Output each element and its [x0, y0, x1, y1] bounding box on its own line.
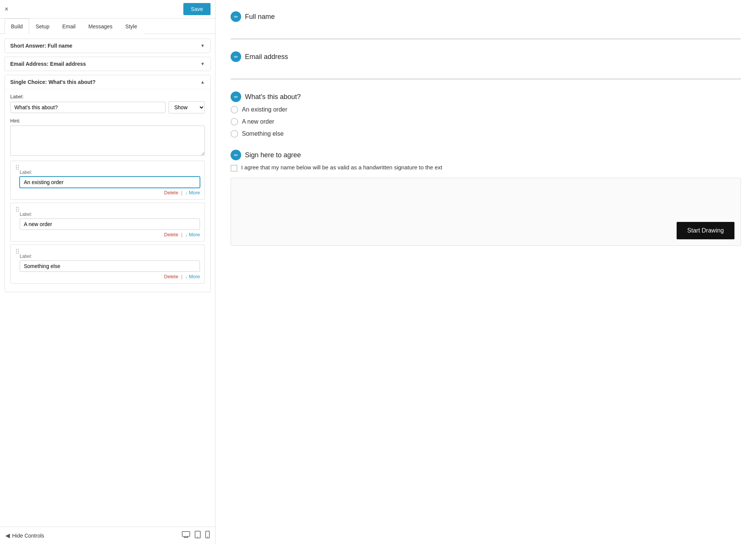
separator-1: | [181, 190, 182, 195]
tab-email[interactable]: Email [56, 19, 82, 34]
delete-option-2-link[interactable]: Delete [164, 232, 178, 237]
bottom-bar: ◀ Hide Controls [0, 527, 215, 544]
mobile-view-icon[interactable] [205, 531, 210, 540]
agree-row: I agree that my name below will be as va… [231, 164, 741, 172]
radio-label-3: Something else [242, 130, 284, 137]
radio-circle-3 [231, 130, 238, 138]
more-option-2-link[interactable]: ↓ More [185, 232, 200, 237]
svg-rect-0 [182, 532, 190, 536]
delete-option-1-link[interactable]: Delete [164, 190, 178, 195]
options-list: Label: Delete | ↓ More [10, 161, 205, 284]
email-address-header: ✏ Email address [231, 51, 741, 62]
save-button[interactable]: Save [183, 3, 211, 15]
full-name-input[interactable] [231, 26, 741, 39]
start-drawing-button[interactable]: Start Drawing [677, 222, 734, 239]
full-name-header: ✏ Full name [231, 11, 741, 22]
desktop-view-icon[interactable] [182, 531, 190, 540]
option-actions-2: Delete | ↓ More [20, 232, 200, 237]
single-choice-label: Single Choice: What's this about? [10, 79, 96, 85]
svg-point-5 [197, 537, 198, 538]
email-address-input[interactable] [231, 66, 741, 79]
hint-field-label: Hint: [10, 118, 205, 124]
whats-about-title: What's this about? [245, 93, 301, 101]
signature-box[interactable]: Start Drawing [231, 178, 741, 246]
radio-option-2[interactable]: A new order [231, 118, 741, 126]
separator-3: | [181, 274, 182, 279]
signature-title: Sign here to agree [245, 151, 301, 159]
radio-circle-1 [231, 106, 238, 113]
top-bar: × Save [0, 0, 215, 19]
svg-point-7 [207, 537, 208, 538]
option-input-3[interactable] [20, 260, 200, 272]
radio-circle-2 [231, 118, 238, 126]
label-input[interactable] [10, 102, 166, 113]
tablet-view-icon[interactable] [195, 531, 201, 540]
option-actions-3: Delete | ↓ More [20, 274, 200, 279]
separator-2: | [181, 232, 182, 237]
label-group: Label: Show [10, 94, 205, 113]
whats-about-icon: ✏ [231, 91, 241, 102]
hint-textarea[interactable] [10, 126, 205, 156]
whats-about-header: ✏ What's this about? [231, 91, 741, 102]
more-option-3-link[interactable]: ↓ More [185, 274, 200, 279]
tab-build[interactable]: Build [5, 19, 29, 34]
option-item-2: Label: Delete | ↓ More [10, 203, 205, 242]
short-answer-chevron-icon: ▼ [200, 43, 205, 48]
agree-checkbox[interactable] [231, 165, 237, 172]
right-panel: ✏ Full name ✏ Email address ✏ What's thi… [215, 0, 756, 544]
drag-handle-1[interactable] [15, 165, 200, 170]
single-choice-body: Label: Show Hint: [5, 89, 210, 292]
radio-option-3[interactable]: Something else [231, 130, 741, 138]
option-label-text-2: Label: [20, 212, 200, 217]
left-panel: × Save Build Setup Email Messages Style … [0, 0, 215, 544]
agree-text: I agree that my name below will be as va… [241, 164, 442, 170]
single-choice-block: Single Choice: What's this about? ▲ Labe… [5, 75, 211, 292]
full-name-title: Full name [245, 13, 275, 21]
short-answer-label: Short Answer: Full name [10, 43, 72, 49]
full-name-icon: ✏ [231, 11, 241, 22]
email-address-label: Email Address: Email address [10, 61, 86, 67]
single-choice-header[interactable]: Single Choice: What's this about? ▲ [5, 75, 210, 89]
drag-handle-2[interactable] [15, 207, 200, 212]
hide-controls-label: Hide Controls [12, 533, 44, 539]
label-field-label: Label: [10, 94, 205, 99]
radio-label-1: An existing order [242, 106, 287, 113]
preview-full-name: ✏ Full name [231, 11, 741, 39]
delete-option-3-link[interactable]: Delete [164, 274, 178, 279]
hide-controls-button[interactable]: ◀ Hide Controls [5, 532, 44, 539]
more-down-arrow-3: ↓ [185, 274, 187, 279]
tab-setup[interactable]: Setup [29, 19, 56, 34]
drag-handle-3[interactable] [15, 249, 200, 254]
left-arrow-icon: ◀ [5, 532, 10, 539]
view-icons [182, 531, 210, 540]
more-down-arrow-1: ↓ [185, 191, 187, 195]
single-choice-chevron-icon: ▲ [200, 79, 205, 85]
close-button[interactable]: × [5, 6, 9, 12]
tab-messages[interactable]: Messages [82, 19, 119, 34]
more-option-1-link[interactable]: ↓ More [185, 190, 200, 195]
preview-signature: ✏ Sign here to agree I agree that my nam… [231, 150, 741, 246]
show-select[interactable]: Show [169, 101, 205, 113]
label-input-row: Show [10, 101, 205, 113]
email-address-chevron-icon: ▼ [200, 61, 205, 67]
option-input-2[interactable] [20, 219, 200, 230]
email-address-field-row[interactable]: Email Address: Email address ▼ [5, 57, 211, 71]
option-input-1[interactable] [20, 177, 200, 188]
hint-group: Hint: [10, 118, 205, 157]
preview-whats-about: ✏ What's this about? An existing order A… [231, 91, 741, 138]
preview-email-address: ✏ Email address [231, 51, 741, 79]
radio-option-1[interactable]: An existing order [231, 106, 741, 113]
option-label-text-1: Label: [20, 170, 200, 175]
option-actions-1: Delete | ↓ More [20, 190, 200, 195]
radio-label-2: A new order [242, 118, 274, 125]
signature-icon: ✏ [231, 150, 241, 160]
panel-content: Short Answer: Full name ▼ Email Address:… [0, 34, 215, 527]
email-address-title: Email address [245, 53, 288, 61]
tab-style[interactable]: Style [119, 19, 144, 34]
more-down-arrow-2: ↓ [185, 232, 187, 237]
option-item-1: Label: Delete | ↓ More [10, 161, 205, 200]
option-label-text-3: Label: [20, 254, 200, 259]
short-answer-field-row[interactable]: Short Answer: Full name ▼ [5, 39, 211, 53]
email-address-icon: ✏ [231, 51, 241, 62]
signature-header: ✏ Sign here to agree [231, 150, 741, 160]
